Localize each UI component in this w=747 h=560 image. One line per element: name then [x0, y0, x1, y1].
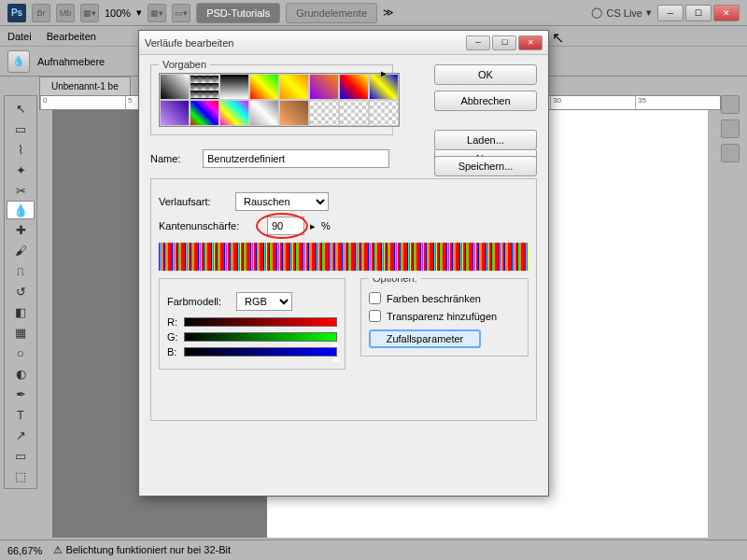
type-select[interactable]: Rauschen [235, 192, 329, 211]
preset-swatch[interactable] [219, 74, 249, 100]
roughness-input[interactable] [267, 217, 304, 235]
preset-swatch[interactable] [190, 74, 219, 100]
statusbar: 66,67% ⚠ Belichtung funktioniert nur bei… [0, 539, 747, 560]
g-slider[interactable] [184, 332, 337, 342]
type-tool[interactable]: T [7, 404, 35, 425]
preset-swatch[interactable] [190, 100, 219, 126]
b-slider[interactable] [184, 347, 337, 357]
restrict-colors-label: Farben beschränken [387, 293, 481, 304]
preset-swatch[interactable] [249, 74, 279, 100]
preset-swatch[interactable] [369, 100, 399, 126]
pen-tool[interactable]: ✒ [7, 384, 35, 404]
menu-datei[interactable]: Datei [7, 31, 32, 42]
grid-icon[interactable]: ▦▾ [148, 4, 166, 22]
dialog-title: Verläufe bearbeiten [145, 37, 464, 49]
panel-icon-3[interactable] [721, 144, 740, 162]
lasso-tool[interactable]: ⌇ [7, 139, 35, 160]
toolbox: ↖ ▭ ⌇ ✦ ✂ 💧 ✚ 🖌 ⎍ ↺ ◧ ▦ ○ ◐ ✒ T ↗ ▭ ⬚ [4, 95, 37, 489]
zoom-level[interactable]: 100% [105, 7, 131, 19]
type-label: Verlaufsart: [159, 196, 230, 207]
load-button[interactable]: Laden... [434, 130, 537, 150]
eyedropper-tool[interactable]: 💧 [7, 201, 35, 219]
b-label: B: [167, 346, 180, 357]
name-label: Name: [150, 153, 197, 164]
marquee-tool[interactable]: ▭ [7, 119, 35, 139]
presets-menu-icon[interactable]: ▸ [381, 67, 387, 79]
ps-logo: Ps [7, 4, 26, 22]
panel-icon-1[interactable] [721, 95, 740, 114]
psd-tutorials-button[interactable]: PSD-Tutorials [196, 3, 280, 23]
presets-label: Vorgaben [159, 59, 210, 70]
grundelemente-button[interactable]: Grundelemente [286, 3, 377, 23]
preset-swatch[interactable] [309, 100, 339, 126]
menu-bearbeiten[interactable]: Bearbeiten [47, 31, 96, 42]
randomize-button[interactable]: Zufallsparameter [369, 329, 481, 348]
preset-swatch[interactable] [279, 100, 309, 126]
presets-fieldset: Vorgaben ▸ [150, 64, 393, 135]
roughness-stepper-icon[interactable]: ▸ [310, 220, 316, 232]
minibridge-icon[interactable]: Mb [56, 4, 75, 22]
preset-swatch[interactable] [339, 100, 369, 126]
preset-swatch[interactable] [249, 100, 279, 126]
colormodel-label: Farbmodell: [167, 296, 231, 307]
add-transparency-label: Transparenz hinzufügen [387, 311, 497, 322]
colormodel-select[interactable]: RGB [236, 292, 292, 311]
path-tool[interactable]: ↗ [7, 425, 35, 445]
dialog-titlebar[interactable]: Verläufe bearbeiten ─ ☐ ✕ [139, 31, 548, 55]
r-label: R: [167, 316, 180, 328]
cancel-button[interactable]: Abbrechen [434, 91, 537, 111]
colormodel-fieldset: Farbmodell: RGB R: G: B: [159, 278, 345, 370]
crop-tool[interactable]: ✂ [7, 180, 35, 201]
preset-swatch[interactable] [219, 100, 249, 126]
status-zoom[interactable]: 66,67% [7, 545, 42, 556]
ok-button[interactable]: OK [434, 64, 537, 85]
r-slider[interactable] [184, 317, 337, 327]
more-icon[interactable]: ≫ [383, 7, 394, 19]
brush-tool[interactable]: 🖌 [7, 240, 35, 260]
layout-icon[interactable]: ▦▾ [80, 4, 99, 22]
status-message: ⚠ Belichtung funktioniert nur bei 32-Bit [53, 544, 231, 556]
app-toolbar: Ps Br Mb ▦▾ 100%▾ ▦▾ ▭▾ PSD-Tutorials Gr… [0, 0, 747, 26]
restrict-colors-checkbox[interactable] [369, 292, 381, 304]
name-input[interactable] [203, 149, 389, 168]
gradient-editor-dialog: Verläufe bearbeiten ─ ☐ ✕ OK Abbrechen L… [138, 30, 549, 497]
preset-swatch[interactable] [309, 74, 339, 100]
roughness-unit: % [321, 220, 331, 231]
minimize-icon[interactable]: ─ [657, 5, 684, 21]
preset-swatch[interactable] [160, 74, 190, 100]
eyedropper-tool-icon[interactable]: 💧 [7, 50, 30, 73]
preset-swatch[interactable] [160, 100, 190, 126]
options-label: Aufnahmebere [37, 56, 105, 67]
gradient-tool[interactable]: ▦ [7, 322, 35, 343]
3d-tool[interactable]: ⬚ [7, 466, 35, 486]
add-transparency-checkbox[interactable] [369, 310, 381, 322]
document-tab[interactable]: Unbenannt-1 be [39, 77, 131, 95]
heal-tool[interactable]: ✚ [7, 219, 35, 240]
bridge-icon[interactable]: Br [32, 4, 50, 22]
close-icon[interactable]: ✕ [713, 5, 740, 21]
save-button[interactable]: Speichern... [434, 156, 537, 176]
panel-icon-2[interactable] [721, 119, 740, 138]
move-tool[interactable]: ↖ [7, 98, 35, 119]
preset-grid [159, 73, 400, 127]
preset-swatch[interactable] [279, 74, 309, 100]
maximize-icon[interactable]: ☐ [685, 5, 712, 21]
right-panels [721, 95, 743, 162]
blur-tool[interactable]: ○ [7, 343, 35, 363]
options-label: Optionen: [369, 278, 421, 284]
preset-swatch[interactable] [339, 74, 369, 100]
g-label: G: [167, 331, 180, 343]
gradient-preview[interactable] [159, 243, 529, 271]
doc-icon[interactable]: ▭▾ [172, 4, 190, 22]
eraser-tool[interactable]: ◧ [7, 301, 35, 322]
dodge-tool[interactable]: ◐ [7, 363, 35, 384]
dialog-maximize-icon[interactable]: ☐ [492, 35, 516, 50]
wand-tool[interactable]: ✦ [7, 160, 35, 180]
dialog-close-icon[interactable]: ✕ [518, 35, 543, 50]
shape-tool[interactable]: ▭ [7, 445, 35, 466]
history-brush-tool[interactable]: ↺ [7, 281, 35, 301]
options-fieldset: Optionen: Farben beschränken Transparenz… [360, 278, 529, 357]
stamp-tool[interactable]: ⎍ [7, 260, 35, 281]
dialog-minimize-icon[interactable]: ─ [466, 35, 490, 50]
cslive-button[interactable]: ◯CS Live▾ [591, 7, 652, 19]
